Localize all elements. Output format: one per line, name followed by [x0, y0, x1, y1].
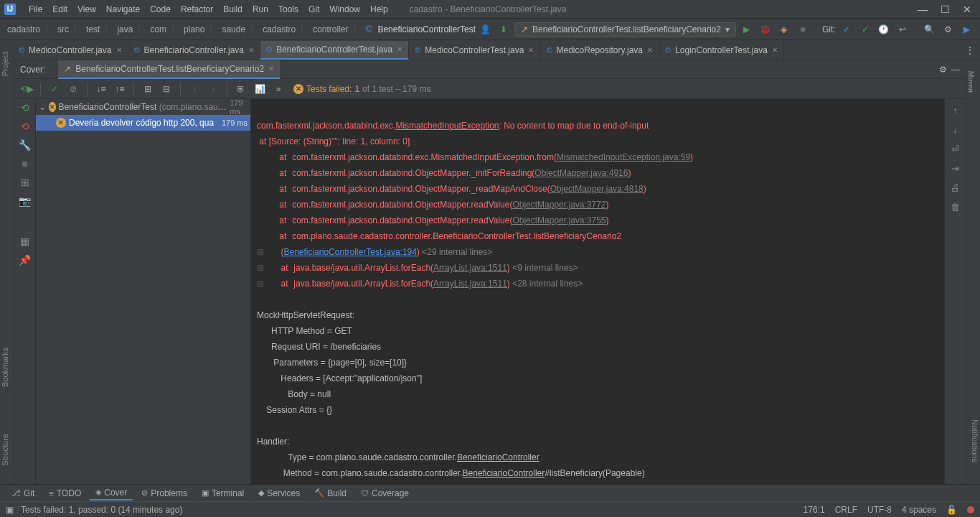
menu-navigate[interactable]: Navigate — [102, 3, 144, 16]
indent-widget[interactable]: 4 spaces — [902, 505, 936, 515]
close-icon[interactable]: ✕ — [268, 65, 274, 73]
run-target-icon[interactable]: 👤 — [477, 22, 493, 37]
expand-all-button[interactable]: ⊞ — [140, 81, 156, 97]
grid-icon[interactable]: ▦ — [20, 236, 29, 247]
sort-up-button[interactable]: ↑≡ — [112, 81, 128, 97]
close-icon[interactable]: ✕ — [248, 46, 254, 54]
hide-icon[interactable]: — — [951, 65, 960, 75]
tab-login-controller-test[interactable]: ©LoginControllerTest.java✕ — [659, 41, 784, 60]
crumb[interactable]: cadastro — [6, 24, 42, 34]
menu-view[interactable]: View — [73, 3, 100, 16]
rerun-icon[interactable]: ⟲ — [21, 102, 29, 113]
console-link[interactable]: ObjectMapper.java:3772 — [512, 200, 606, 210]
tw-terminal[interactable]: ▣Terminal — [196, 487, 250, 500]
settings-button[interactable]: ⚙ — [941, 22, 956, 37]
caret-position[interactable]: 176:1 — [804, 505, 825, 515]
close-icon[interactable]: ✕ — [528, 46, 534, 54]
settings-icon[interactable]: ⚙ — [939, 65, 947, 75]
crumb[interactable]: com — [149, 24, 168, 34]
crumb[interactable]: cadastro — [261, 24, 297, 34]
scroll-down-icon[interactable]: ↓ — [953, 124, 958, 135]
scroll-up-icon[interactable]: ↑ — [953, 105, 958, 116]
search-button[interactable]: 🔍 — [922, 22, 938, 37]
menu-build[interactable]: Build — [219, 3, 247, 16]
sidebar-maven[interactable]: Maven — [966, 67, 976, 96]
readonly-icon[interactable]: 🔓 — [946, 505, 957, 515]
minimize-button[interactable]: — — [918, 4, 928, 15]
console-link[interactable]: BeneficiarioControllerTest.java:194 — [283, 247, 416, 257]
menu-git[interactable]: Git — [304, 3, 324, 16]
stop-icon[interactable]: ■ — [22, 158, 27, 169]
crumb[interactable]: test — [85, 24, 101, 34]
pin-icon[interactable]: 📌 — [19, 254, 31, 266]
menu-help[interactable]: Help — [366, 3, 392, 16]
coverage-button[interactable]: ◈ — [776, 22, 792, 37]
tab-beneficiario-controller-test[interactable]: ©BeneficiarioControllerTest.java✕ — [260, 41, 409, 60]
tree-row-class[interactable]: ⌄ ✕ BeneficiarioControllerTest (com.plan… — [36, 99, 250, 115]
menu-edit[interactable]: Edit — [48, 3, 72, 16]
console-link[interactable]: MismatchedInputException.java:59 — [557, 152, 690, 162]
menu-file[interactable]: File — [24, 3, 47, 16]
chevron-down-icon[interactable]: ⌄ — [39, 102, 46, 112]
tw-problems[interactable]: ⊘Problems — [136, 487, 193, 500]
wrap-icon[interactable]: ⏎ — [951, 144, 959, 154]
close-icon[interactable]: ✕ — [647, 46, 653, 54]
scroll-to-end-icon[interactable]: ⇥ — [951, 163, 959, 174]
collapse-all-button[interactable]: ⊟ — [159, 81, 174, 97]
toggle-auto-icon[interactable]: ⟲ — [21, 121, 29, 132]
trash-icon[interactable]: 🗑 — [951, 202, 960, 213]
run-config-selector[interactable]: ↗ BeneficiarioControllerTest.listBenefic… — [514, 22, 736, 37]
sidebar-project[interactable]: Project — [0, 49, 10, 79]
print-icon[interactable]: 🖨 — [951, 182, 960, 193]
menu-refactor[interactable]: Refactor — [176, 3, 217, 16]
crumb[interactable]: java — [116, 24, 134, 34]
close-icon[interactable]: ✕ — [116, 46, 122, 54]
sidebar-structure[interactable]: Structure — [0, 431, 10, 469]
line-separator[interactable]: CRLF — [835, 505, 857, 515]
tw-build[interactable]: 🔨Build — [308, 487, 352, 500]
console-link[interactable]: ObjectMapper.java:4818 — [550, 184, 644, 194]
crumb[interactable]: BeneficiarioControllerTest — [376, 24, 477, 34]
layout-icon[interactable]: ⊞ — [21, 177, 29, 188]
console-link[interactable]: ObjectMapper.java:3755 — [512, 215, 606, 225]
expand-icon[interactable]: ⊞ — [257, 247, 264, 257]
breadcrumb[interactable]: cadastro〉 src〉 test〉 java〉 com〉 plano〉 s… — [6, 23, 477, 35]
tab-beneficiario-controller[interactable]: ©BeneficiarioController.java✕ — [128, 41, 261, 60]
cover-tab[interactable]: ↗ BeneficiarioControllerTest.listBenefic… — [58, 60, 280, 79]
tw-cover[interactable]: ◈Cover — [90, 486, 133, 500]
menu-tools[interactable]: Tools — [274, 3, 303, 16]
show-passed-button[interactable]: ✓ — [47, 81, 62, 97]
git-update-button[interactable]: ✓ — [839, 22, 854, 37]
console-output[interactable]: com.fasterxml.jackson.databind.exc.Misma… — [251, 99, 944, 484]
console-link[interactable]: ArrayList.java:1511 — [433, 279, 507, 289]
console-link[interactable]: ArrayList.java:1511 — [433, 263, 507, 273]
crumb[interactable]: src — [56, 24, 70, 34]
console-link[interactable]: BeneficiarioController — [463, 468, 545, 478]
crumb[interactable]: plano — [182, 24, 206, 34]
git-rollback-button[interactable]: ↩ — [895, 22, 910, 37]
console-link[interactable]: ObjectMapper.java:4916 — [534, 168, 628, 178]
crumb[interactable]: controller — [311, 24, 349, 34]
menu-window[interactable]: Window — [325, 3, 364, 16]
close-button[interactable]: ✕ — [963, 4, 971, 15]
export-button[interactable]: 📊 — [252, 81, 268, 97]
tree-row-test[interactable]: ✕ Deveria devolver código http 200, qua … — [36, 115, 250, 131]
sidebar-bookmarks[interactable]: Bookmarks — [0, 345, 10, 390]
maximize-button[interactable]: ☐ — [941, 4, 950, 15]
crumb[interactable]: saude — [220, 24, 247, 34]
prev-button[interactable]: ↑ — [187, 81, 202, 97]
run-button[interactable]: ▶ — [739, 22, 755, 37]
file-encoding[interactable]: UTF-8 — [867, 505, 892, 515]
git-commit-button[interactable]: ✓ — [857, 22, 873, 37]
camera-icon[interactable]: 📷 — [19, 195, 31, 207]
expand-icon[interactable]: ⊞ — [257, 263, 264, 273]
tab-medico-controller[interactable]: ©MedicoController.java✕ — [13, 41, 128, 60]
stop-button[interactable]: ■ — [795, 22, 811, 37]
test-tree[interactable]: ⌄ ✕ BeneficiarioControllerTest (com.plan… — [36, 99, 251, 484]
expand-icon[interactable]: ⊞ — [257, 279, 264, 289]
next-button[interactable]: ↓ — [205, 81, 221, 97]
tab-medico-repository[interactable]: ©MedicoRepository.java✕ — [540, 41, 659, 60]
tw-git[interactable]: ⎇Git — [6, 487, 40, 500]
rerun-button[interactable]: ⟲▶ — [19, 81, 34, 97]
close-icon[interactable]: ✕ — [397, 45, 402, 53]
